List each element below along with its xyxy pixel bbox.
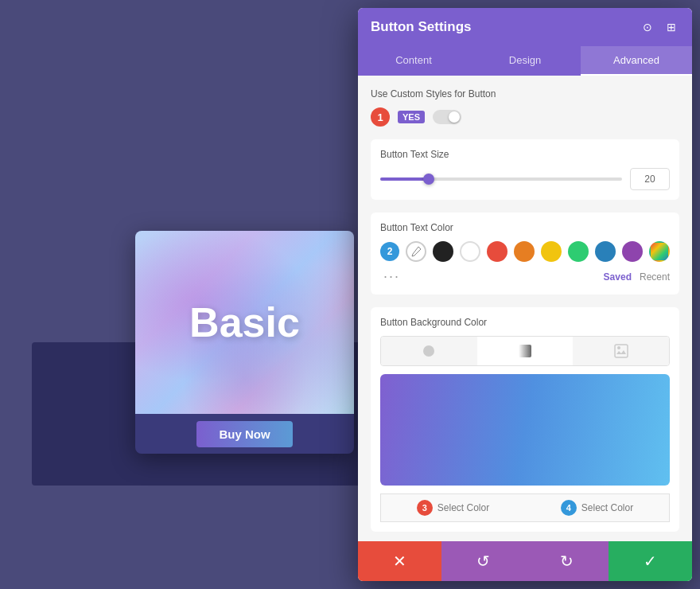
color-stop-3-label: Select Color <box>438 502 489 513</box>
bg-color-label: Button Background Color <box>380 317 670 328</box>
saved-link[interactable]: Saved <box>604 271 632 283</box>
focus-icon[interactable]: ⊙ <box>640 19 655 35</box>
custom-styles-row: 1 YES <box>371 107 679 127</box>
save-button[interactable]: ✓ <box>609 541 692 581</box>
bg-color-section: Button Background Color 3 Select Color <box>371 307 679 532</box>
swatch-blue[interactable] <box>595 241 616 262</box>
swatch-red[interactable] <box>487 241 508 262</box>
cancel-button[interactable]: ✕ <box>358 541 441 581</box>
panel-header-icons: ⊙ ⊞ <box>640 19 679 35</box>
card-image: Basic <box>135 231 354 414</box>
badge-1: 1 <box>371 107 390 127</box>
svg-point-3 <box>617 346 620 349</box>
eyedropper-swatch[interactable] <box>406 241 426 262</box>
yes-label: YES <box>398 111 425 123</box>
tab-design[interactable]: Design <box>469 46 581 76</box>
tab-content[interactable]: Content <box>358 46 469 76</box>
color-stops-row: 3 Select Color 4 Select Color <box>380 493 670 522</box>
svg-point-0 <box>423 345 434 357</box>
tab-bar: Content Design Advanced <box>358 46 692 76</box>
badge-2: 2 <box>380 242 399 261</box>
recent-link[interactable]: Recent <box>640 271 670 283</box>
custom-styles-label: Use Custom Styles for Button <box>371 88 679 99</box>
swatch-orange[interactable] <box>514 241 535 262</box>
settings-panel: Button Settings ⊙ ⊞ Content Design Advan… <box>358 8 692 581</box>
text-size-section: Button Text Size 20 <box>371 139 679 200</box>
color-links: Saved Recent <box>604 271 670 283</box>
color-stop-4[interactable]: 4 Select Color <box>525 493 670 522</box>
badge-4: 4 <box>561 500 577 516</box>
text-size-slider-row: 20 <box>380 168 670 190</box>
custom-styles-toggle[interactable] <box>433 110 461 124</box>
color-stop-3[interactable]: 3 Select Color <box>380 493 525 522</box>
swatch-green[interactable] <box>568 241 589 262</box>
swatch-yellow[interactable] <box>541 241 562 262</box>
redo-button[interactable]: ↻ <box>525 541 609 581</box>
color-swatch-row: 2 ··· Saved Recent <box>380 241 670 285</box>
gradient-preview <box>380 374 670 486</box>
card-footer: Buy Now <box>135 414 354 454</box>
color-stop-4-label: Select Color <box>581 502 633 513</box>
bg-tab-solid[interactable] <box>381 337 477 365</box>
panel-header: Button Settings ⊙ ⊞ <box>358 8 692 46</box>
more-colors-dots[interactable]: ··· <box>383 268 400 285</box>
text-color-section: Button Text Color 2 ··· Saved Recent <box>371 213 679 294</box>
text-size-slider-thumb[interactable] <box>423 174 434 185</box>
text-size-slider-fill <box>380 177 429 181</box>
text-size-value[interactable]: 20 <box>630 168 670 190</box>
buy-now-button[interactable]: Buy Now <box>196 421 292 447</box>
swatch-black[interactable] <box>433 241 453 262</box>
bg-tab-gradient[interactable] <box>477 337 574 365</box>
text-color-label: Button Text Color <box>380 222 670 233</box>
svg-rect-2 <box>615 345 628 357</box>
reset-button[interactable]: ↺ <box>441 541 525 581</box>
toggle-knob <box>449 111 460 123</box>
swatch-purple[interactable] <box>622 241 643 262</box>
bg-picker-tabs <box>380 336 670 366</box>
layout-icon[interactable]: ⊞ <box>663 19 679 35</box>
card-preview: Basic Buy Now <box>135 231 354 454</box>
panel-content: Use Custom Styles for Button 1 YES Butto… <box>358 76 692 541</box>
card-title: Basic <box>189 298 300 346</box>
svg-rect-1 <box>519 345 531 357</box>
panel-footer: ✕ ↺ ↻ ✓ <box>358 541 692 581</box>
text-size-label: Button Text Size <box>380 149 670 160</box>
bg-tab-image[interactable] <box>573 337 669 365</box>
swatch-multi[interactable] <box>649 241 670 262</box>
badge-3: 3 <box>417 500 433 516</box>
swatch-white[interactable] <box>460 241 480 262</box>
panel-title: Button Settings <box>371 19 472 35</box>
text-size-slider-track[interactable] <box>380 177 622 181</box>
tab-advanced[interactable]: Advanced <box>581 46 692 76</box>
